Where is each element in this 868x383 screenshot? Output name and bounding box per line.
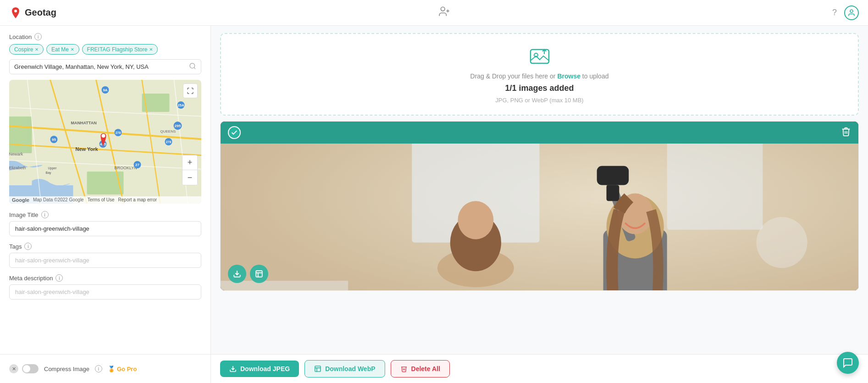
svg-text:MANHATTAN: MANHATTAN	[71, 121, 97, 125]
upload-drag-text: Drag & Drop your files here or Browse to…	[470, 72, 609, 80]
svg-text:Newark: Newark	[9, 152, 23, 156]
map-data-text: Map Data ©2022 Google	[33, 197, 84, 203]
meta-description-field: Meta description i	[9, 274, 201, 300]
image-card	[220, 121, 859, 291]
map-zoom-in-btn[interactable]: +	[182, 155, 197, 170]
bottom-bar-right: Download JPEG Download WebP Delete All	[211, 354, 868, 383]
svg-rect-66	[256, 271, 262, 277]
svg-text:295: 295	[175, 124, 181, 128]
location-search-input[interactable]	[14, 63, 185, 70]
svg-point-0	[14, 10, 17, 12]
chat-fab-btn[interactable]	[837, 352, 859, 374]
terms-link[interactable]: Terms of Use	[88, 197, 115, 203]
svg-rect-61	[607, 185, 619, 201]
image-selected-check	[228, 126, 241, 139]
image-title-input[interactable]	[9, 221, 201, 236]
meta-description-input[interactable]	[9, 284, 201, 300]
compress-toggle[interactable]	[22, 364, 39, 373]
google-logo: Google	[12, 197, 29, 203]
compress-toggle-wrap: ✕	[9, 364, 39, 373]
svg-line-6	[194, 67, 195, 69]
svg-text:27: 27	[135, 163, 139, 167]
svg-text:Bay: Bay	[46, 171, 52, 175]
svg-rect-68	[315, 366, 321, 372]
svg-rect-8	[9, 117, 32, 153]
go-pro-btn[interactable]: 🏅 Go Pro	[108, 366, 137, 372]
location-info-icon[interactable]: i	[34, 33, 42, 40]
image-card-header	[221, 122, 858, 144]
image-title-info-icon[interactable]: i	[41, 211, 49, 218]
remove-freitag-btn[interactable]: ×	[149, 46, 153, 53]
tag-eat-me: Eat Me ×	[46, 44, 79, 55]
map[interactable]: MANHATTAN New York Newark BROOKLYN QUEEN…	[9, 80, 201, 204]
map-zoom-out-btn[interactable]: −	[182, 170, 197, 185]
image-action-btns	[228, 265, 268, 283]
download-webp-btn[interactable]: Download WebP	[304, 360, 385, 377]
svg-text:278: 278	[116, 131, 121, 134]
remove-eat-me-btn[interactable]: ×	[71, 46, 74, 53]
tag-cospire: Cospire ×	[9, 44, 44, 55]
download-jpeg-btn[interactable]: Download JPEG	[220, 361, 299, 377]
svg-text:9A: 9A	[103, 88, 107, 92]
help-icon[interactable]: ?	[832, 8, 837, 17]
tags-label: Tags i	[9, 243, 201, 250]
compress-label: Compress Image	[44, 366, 89, 372]
svg-rect-46	[531, 50, 549, 63]
add-user-icon[interactable]	[438, 6, 450, 20]
location-tags: Cospire × Eat Me × FREITAG Flagship Stor…	[9, 44, 201, 55]
header-right: ?	[832, 6, 859, 20]
image-title-field: Image Title i	[9, 211, 201, 236]
svg-text:New York: New York	[76, 146, 99, 152]
image-preview	[221, 144, 858, 290]
image-count: 1/1 images added	[505, 83, 574, 93]
svg-rect-52	[667, 144, 763, 230]
meta-description-label: Meta description i	[9, 274, 201, 282]
search-icon	[189, 62, 196, 71]
svg-text:Elizabeth: Elizabeth	[9, 166, 26, 170]
remove-cospire-btn[interactable]: ×	[35, 46, 39, 53]
svg-point-45	[102, 134, 105, 138]
download-jpeg-quick-btn[interactable]	[228, 265, 246, 283]
tags-info-icon[interactable]: i	[24, 243, 32, 250]
delete-image-btn[interactable]	[841, 127, 851, 139]
map-fullscreen-btn[interactable]	[183, 83, 198, 98]
svg-point-1	[441, 7, 445, 11]
svg-point-4	[850, 10, 853, 12]
svg-text:BROOKLYN: BROOKLYN	[115, 166, 137, 170]
upload-dropzone[interactable]: Drag & Drop your files here or Browse to…	[220, 33, 859, 116]
delete-all-btn[interactable]: Delete All	[391, 360, 450, 377]
download-webp-quick-btn[interactable]	[250, 265, 268, 283]
tag-freitag: FREITAG Flagship Store ×	[82, 44, 158, 55]
tags-input[interactable]	[9, 253, 201, 268]
svg-text:278: 278	[166, 140, 171, 144]
map-zoom-controls: + −	[182, 155, 198, 185]
svg-text:QUEENS: QUEENS	[160, 129, 176, 133]
svg-point-55	[458, 201, 493, 239]
app-logo[interactable]: Geotag	[9, 6, 56, 19]
main-content: Location i Cospire × Eat Me × FREITAG Fl…	[0, 26, 868, 354]
browse-link[interactable]: Browse	[557, 72, 581, 80]
profile-avatar[interactable]	[844, 6, 859, 20]
app-header: Geotag ?	[0, 0, 868, 26]
header-center	[438, 6, 450, 20]
bottom-bar: ✕ Compress Image i 🏅 Go Pro Download JPE…	[0, 354, 868, 383]
report-link[interactable]: Report a map error	[118, 197, 157, 203]
compress-info-icon[interactable]: i	[95, 365, 102, 372]
location-label: Location i	[9, 33, 201, 40]
logo-pin-icon	[9, 6, 22, 19]
image-title-label: Image Title i	[9, 211, 201, 218]
app-name: Geotag	[25, 7, 56, 18]
meta-desc-info-icon[interactable]: i	[55, 274, 63, 282]
svg-point-5	[190, 63, 195, 68]
map-attribution: Google Map Data ©2022 Google Terms of Us…	[9, 196, 201, 204]
svg-text:25A: 25A	[177, 103, 184, 107]
svg-point-64	[756, 217, 807, 268]
location-search-box	[9, 59, 201, 74]
tags-field: Tags i	[9, 243, 201, 268]
right-panel: Drag & Drop your files here or Browse to…	[211, 26, 868, 354]
upload-image-icon	[529, 45, 551, 69]
upload-formats: JPG, PNG or WebP (max 10 MB)	[495, 97, 583, 104]
bottom-bar-left: ✕ Compress Image i 🏅 Go Pro	[0, 354, 211, 383]
svg-text:Upper: Upper	[48, 167, 57, 170]
svg-text:95: 95	[52, 138, 56, 142]
